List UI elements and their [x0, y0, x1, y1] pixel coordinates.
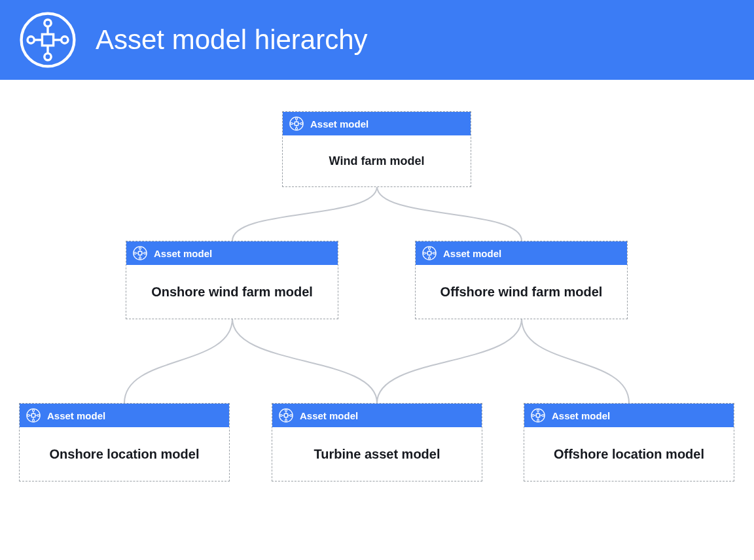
node-type-label: Asset model: [552, 410, 610, 421]
asset-model-icon: [531, 408, 545, 423]
svg-point-50: [279, 409, 293, 422]
node-type-label: Asset model: [300, 410, 358, 421]
page-title: Asset model hierarchy: [96, 24, 368, 56]
svg-point-20: [134, 247, 147, 260]
node-offshore-wind-farm-model: Asset model Offshore wind farm model: [415, 241, 628, 319]
node-onshore-wind-farm-model: Asset model Onshore wind farm model: [126, 241, 338, 319]
node-title: Offshore wind farm model: [416, 265, 627, 319]
node-wind-farm-model: Asset model Wind farm model: [282, 111, 471, 187]
node-header: Asset model: [416, 241, 627, 265]
iot-sitewise-icon: [20, 12, 76, 68]
node-title: Turbine asset model: [272, 427, 482, 481]
svg-point-52: [285, 410, 287, 411]
asset-model-icon: [422, 246, 437, 260]
svg-rect-41: [31, 413, 35, 417]
svg-point-10: [290, 117, 303, 130]
svg-rect-51: [284, 413, 287, 417]
svg-point-35: [433, 252, 435, 254]
svg-point-4: [27, 37, 34, 43]
svg-point-23: [139, 257, 141, 259]
node-header: Asset model: [283, 112, 471, 135]
svg-point-2: [45, 20, 51, 26]
svg-rect-31: [427, 251, 431, 254]
svg-rect-61: [536, 413, 539, 417]
node-type-label: Asset model: [310, 118, 368, 130]
node-turbine-asset-model: Asset model Turbine asset model: [272, 403, 482, 481]
svg-point-65: [542, 414, 544, 416]
svg-point-40: [27, 409, 40, 422]
svg-point-44: [27, 414, 29, 416]
asset-model-icon: [279, 408, 293, 423]
svg-point-42: [32, 410, 34, 411]
svg-rect-11: [295, 122, 298, 125]
svg-point-55: [290, 414, 292, 416]
svg-point-53: [285, 419, 287, 421]
svg-rect-1: [42, 34, 53, 45]
svg-point-13: [295, 128, 297, 130]
asset-model-icon: [133, 246, 147, 260]
svg-point-32: [428, 247, 430, 249]
svg-point-45: [37, 414, 39, 416]
svg-point-24: [134, 252, 136, 254]
svg-point-14: [291, 122, 293, 124]
asset-model-icon: [289, 116, 304, 131]
node-type-label: Asset model: [154, 248, 212, 259]
svg-point-25: [144, 252, 146, 254]
node-header: Asset model: [524, 404, 734, 427]
svg-point-3: [45, 54, 51, 60]
svg-point-43: [32, 419, 34, 421]
svg-point-30: [423, 247, 436, 260]
node-type-label: Asset model: [47, 410, 105, 421]
node-header: Asset model: [126, 241, 338, 265]
node-type-label: Asset model: [443, 248, 501, 259]
svg-point-12: [295, 118, 297, 120]
node-header: Asset model: [272, 404, 482, 427]
svg-point-15: [300, 122, 302, 124]
node-title: Offshore location model: [524, 427, 734, 481]
svg-point-0: [22, 14, 75, 67]
diagram-canvas: Asset model Wind farm model Asset model …: [0, 80, 754, 560]
asset-model-icon: [26, 408, 41, 423]
svg-rect-21: [138, 251, 141, 254]
node-title: Onshore wind farm model: [126, 265, 338, 319]
node-onshore-location-model: Asset model Onshore location model: [19, 403, 230, 481]
svg-point-64: [532, 414, 534, 416]
svg-point-63: [537, 419, 539, 421]
node-header: Asset model: [20, 404, 229, 427]
node-title: Onshore location model: [20, 427, 229, 481]
svg-point-60: [531, 409, 545, 422]
svg-point-54: [280, 414, 282, 416]
node-title: Wind farm model: [283, 135, 471, 186]
svg-point-33: [428, 257, 430, 259]
node-offshore-location-model: Asset model Offshore location model: [524, 403, 734, 481]
svg-point-5: [62, 37, 68, 43]
svg-point-62: [537, 410, 539, 411]
page-header: Asset model hierarchy: [0, 0, 754, 80]
svg-point-22: [139, 247, 141, 249]
svg-point-34: [423, 252, 425, 254]
